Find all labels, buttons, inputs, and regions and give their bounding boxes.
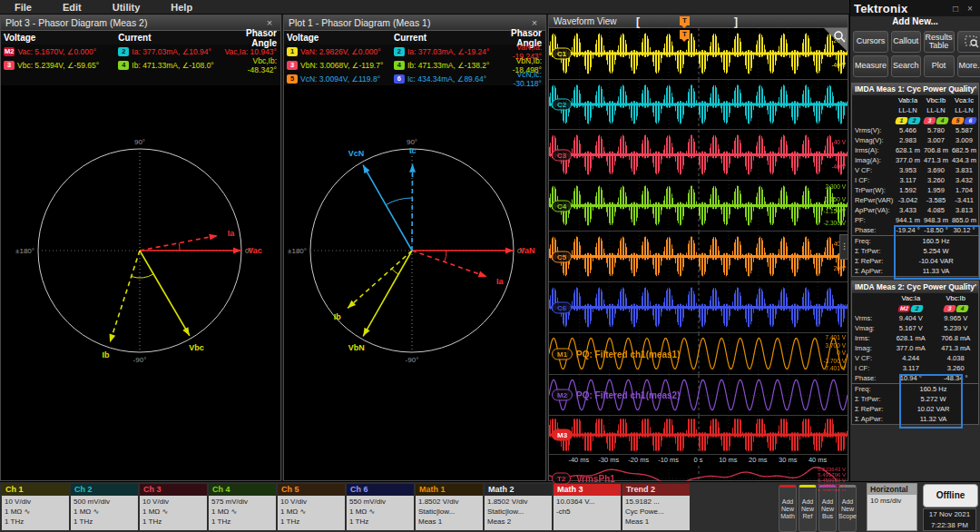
channel-setup-badge-math1[interactable]: Math 11.8502 V/divStatic|low...Meas 1 (416, 484, 483, 530)
waveform-drag-handle[interactable]: ⋮ (839, 234, 848, 260)
channel-setup-badge-ch2[interactable]: Ch 2500 mV/div1 MΩ ∿1 THz (71, 484, 138, 530)
phasor-table-row: 3Vbc: 5.2394V, ∠-59.65°4Ib: 471.33mA, ∠-… (1, 58, 280, 72)
scale-label: -1.150 V (823, 209, 846, 215)
voltage-source-chip[interactable]: M2 (4, 47, 15, 56)
channel-setup-badge-ch1[interactable]: Ch 110 V/div1 MΩ ∿1 THz (2, 484, 69, 530)
channel-badge-C2[interactable]: C2 (552, 99, 572, 111)
waveform-row-C6: C62 V (549, 282, 848, 333)
badge-line: 1 THz (142, 517, 204, 527)
meas-row-label: TrPwr(W): (852, 185, 894, 195)
channel-setup-badge-ch5[interactable]: Ch 510 V/div1 MΩ ∿1 THz (278, 484, 345, 530)
channel-badge-C3[interactable]: C3 (552, 149, 572, 161)
menu-item-file[interactable]: File (15, 2, 32, 13)
channel-setup-badge-ch6[interactable]: Ch 6550 mV/div1 MΩ ∿1 THz (347, 484, 414, 530)
meas-value: 5.167 V (888, 323, 934, 333)
add-new-ref-button[interactable]: AddNewRef (799, 485, 817, 532)
time-axis: -40 ms-30 ms-20 ms-10 ms0 s10 ms20 ms30 … (549, 455, 848, 466)
offline-button[interactable]: Offline (923, 484, 978, 507)
menu-bar: FileEditUtilityHelp (0, 0, 980, 15)
badge-line: 10 V/div (142, 497, 204, 507)
window-close-button[interactable]: × (964, 4, 976, 14)
results-table-button[interactable]: Results Table (924, 31, 955, 53)
menu-item-edit[interactable]: Edit (63, 2, 82, 13)
zoom-region-button[interactable] (957, 31, 980, 53)
zoom-bracket-left[interactable]: [ (636, 15, 640, 28)
voltage-source-chip[interactable]: 5 (287, 74, 298, 84)
current-value: Ib: 471.33mA, ∠-108.0° (132, 61, 213, 70)
add-new-scope-button[interactable]: AddNewScope (838, 485, 857, 532)
plot-button[interactable]: Plot (924, 55, 955, 77)
plot3-phasor-table: VoltageCurrentPhasor AngleM2Vac: 5.1670V… (1, 31, 280, 85)
meas2-header[interactable]: IMDA Meas 2: Cyc Power Quality' (852, 281, 978, 293)
badge-line: 1 MΩ ∿ (280, 507, 342, 517)
add-new-math-button[interactable]: AddNewMath (779, 485, 797, 532)
channel-badge-M3[interactable]: M3 (552, 429, 573, 441)
badge-line: 1 THz (280, 517, 342, 527)
current-source-chip[interactable]: 4 (118, 61, 129, 70)
measure-button[interactable]: Measure (853, 55, 888, 77)
channel-setup-badge-ch4[interactable]: Ch 4575 mV/div1 MΩ ∿1 THz (209, 484, 276, 530)
channel-badge-C1[interactable]: C1 (552, 48, 572, 60)
horizontal-settings-box[interactable]: Horizontal 10 ms/div (867, 483, 917, 531)
meas-value: -3.042 (894, 195, 922, 205)
add-btn-line: Bus (822, 513, 833, 520)
add-btn-line: Add (802, 498, 813, 506)
time-axis-label: 10 ms (719, 456, 737, 464)
channel-badge-strip: Ch 110 V/div1 MΩ ∿1 THzCh 2500 mV/div1 M… (2, 484, 690, 530)
channel-badge-M1[interactable]: M1 (552, 348, 573, 360)
trigger-position-marker[interactable]: T (680, 16, 690, 25)
add-new-bus-button[interactable]: AddNewBus (818, 485, 837, 532)
current-source-chip[interactable]: 2 (118, 47, 129, 56)
channel-setup-badge-ch3[interactable]: Ch 310 V/div1 MΩ ∿1 THz (140, 484, 207, 530)
channel-badge-C5[interactable]: C5 (552, 251, 572, 262)
trigger-level-marker[interactable]: T (680, 30, 690, 39)
plot1-close-button[interactable]: × (528, 17, 541, 28)
channel-badge-M2[interactable]: M2 (552, 389, 573, 401)
math-trace-label-M2: PQ: Filtered ch1(meas2) (576, 390, 680, 400)
channel-badge-C4[interactable]: C4 (552, 200, 572, 212)
channel-setup-badge-trend2[interactable]: Trend 215.9182 ...Cyc Powe...Meas 1 (622, 484, 690, 530)
add-btn-line: Scope (838, 513, 857, 520)
badge-body: 15.9182 ...Cyc Powe...Meas 1 (622, 496, 690, 530)
search-button[interactable]: Search (891, 55, 921, 77)
callout-button[interactable]: Callout (891, 31, 921, 53)
channel-badge-T2[interactable]: T2 (552, 473, 571, 485)
meas-source-badges: 34 (934, 303, 979, 313)
channel-setup-badge-math2[interactable]: Math 21.8502 V/divStatic|low...Meas 2 (485, 484, 552, 530)
current-source-chip[interactable]: 2 (394, 47, 405, 56)
window-restore-button[interactable]: □ (949, 4, 962, 14)
meas1-header[interactable]: IMDA Meas 1: Cyc Power Quality' (852, 84, 978, 95)
phasor-label-Ia: Ia (228, 229, 236, 238)
more--button[interactable]: More... (957, 55, 980, 77)
scale-labels-C4: 2.300 V1.150 V-1.150 V-2.300 V (823, 182, 846, 230)
channel-badge-C6[interactable]: C6 (552, 301, 572, 313)
badge-line: 1 MΩ ∿ (349, 507, 411, 517)
voltage-source-chip[interactable]: 3 (287, 61, 298, 70)
badge-line: 15.9182 ... (625, 497, 687, 507)
time-axis-label: 30 ms (779, 456, 797, 464)
channel-setup-badge-math3[interactable]: Math 310.0364 V...-ch5 (554, 484, 621, 530)
plot3-close-button[interactable]: × (263, 17, 276, 28)
meas-col-header: Vca:Ic (950, 95, 978, 105)
summary-value: 160.5 Hz (888, 384, 978, 394)
current-source-chip[interactable]: 6 (394, 74, 405, 84)
right-panel: Tektronix □ × Add New... CursorsCalloutR… (849, 0, 980, 532)
cursors-button[interactable]: Cursors (853, 31, 888, 53)
voltage-source-chip[interactable]: 3 (4, 61, 15, 70)
plot1-panel: Plot 1 - Phasor Diagram (Meas 1) × Volta… (283, 15, 546, 481)
zoom-bracket-right[interactable]: ] (734, 15, 738, 28)
summary-label: Σ TrPwr: (852, 394, 888, 404)
menu-item-utility[interactable]: Utility (113, 2, 141, 13)
current-source-chip[interactable]: 4 (394, 61, 405, 70)
badge-title: Ch 5 (278, 484, 345, 496)
menu-item-help[interactable]: Help (171, 2, 192, 13)
badge-line: 1 THz (211, 517, 273, 527)
waveform-view-panel: Waveform View [ ] T C1-20 V-40 VTC22 VC3… (548, 15, 848, 481)
voltage-source-chip[interactable]: 1 (287, 47, 298, 56)
plot1-phasor-table: VoltageCurrentPhasor Angle1VaN: 2.9826V,… (284, 31, 545, 85)
zoom-corner-icon[interactable] (824, 28, 848, 52)
meas-value: 3.690 (922, 165, 950, 175)
datetime-display: 17 Nov 2021 7:22:38 PM (923, 508, 976, 531)
phasor-table-row: 5VcN: 3.0094V, ∠119.8°6Ic: 434.34mA, ∠89… (284, 72, 545, 85)
badge-body: 10 V/div1 MΩ ∿1 THz (278, 496, 345, 530)
